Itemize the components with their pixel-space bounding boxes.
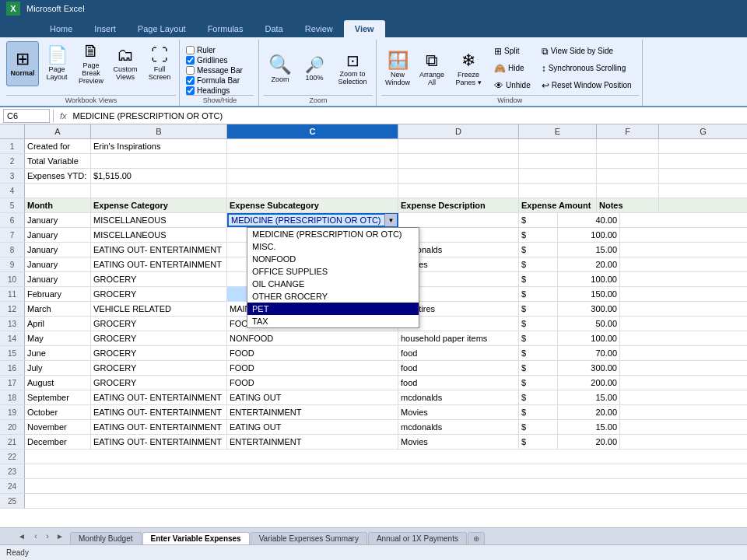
cell[interactable]: GROCERY [91, 317, 227, 331]
cell[interactable] [620, 390, 747, 404]
cell-r6-d[interactable] [398, 213, 519, 227]
cell[interactable] [659, 154, 747, 168]
cell[interactable]: Movies [398, 405, 519, 419]
cell[interactable]: ENTERTAINMENT [227, 405, 398, 419]
arrange-all-button[interactable]: ⧉ Arrange All [416, 46, 448, 91]
cell[interactable] [597, 154, 659, 168]
cell[interactable]: EATING OUT [227, 390, 398, 404]
cell[interactable]: 20.00 [558, 257, 620, 271]
formula-bar-checkbox-row[interactable]: Formula Bar [186, 76, 254, 85]
cell[interactable] [519, 169, 597, 183]
cell[interactable]: $ [519, 376, 558, 390]
cell[interactable] [659, 139, 747, 153]
zoom-button[interactable]: 🔍 Zoom [264, 46, 296, 91]
cell[interactable]: household paper items [398, 331, 519, 345]
cell[interactable] [227, 169, 398, 183]
cell[interactable] [519, 139, 597, 153]
cell[interactable] [519, 154, 597, 168]
cell[interactable] [227, 154, 398, 168]
sheet-tab-nav-next[interactable]: › [42, 530, 53, 543]
page-break-button[interactable]: 🗎 Page Break Preview [75, 41, 107, 86]
cell[interactable]: $ [519, 257, 558, 271]
cell[interactable]: April [25, 317, 91, 331]
cell[interactable]: $ [519, 228, 558, 242]
cell[interactable]: $ [519, 331, 558, 345]
cell[interactable]: 150.00 [558, 287, 620, 301]
sheet-tab-annual-payments[interactable]: Annual or 1X Payments [368, 532, 467, 544]
cell[interactable]: $ [519, 405, 558, 419]
cell-c6-selected[interactable]: MEDICINE (PRESCRIPTION OR OTC) ▼ [227, 213, 398, 227]
cell[interactable]: December [25, 435, 91, 449]
unhide-button[interactable]: 👁 Unhide [490, 78, 535, 93]
custom-views-button[interactable]: 🗂 Custom Views [109, 41, 142, 86]
cell[interactable]: Movies [398, 435, 519, 449]
tab-view[interactable]: View [344, 20, 385, 37]
cell[interactable] [659, 184, 747, 198]
page-layout-button[interactable]: 📄 Page Layout [40, 41, 73, 86]
zoom-selection-button[interactable]: ⊡ Zoom to Selection [332, 46, 373, 91]
sheet-tab-nav-left[interactable]: ◄ [16, 530, 28, 543]
cell[interactable]: 20.00 [558, 435, 620, 449]
cell[interactable]: 100.00 [558, 331, 620, 345]
cell[interactable] [620, 361, 747, 375]
tab-review[interactable]: Review [294, 20, 344, 37]
cell[interactable] [620, 257, 747, 271]
cell[interactable]: January [25, 272, 91, 286]
freeze-panes-button[interactable]: ❄ Freeze Panes ▾ [450, 46, 487, 91]
dropdown-item-highlighted[interactable]: PET [247, 303, 419, 315]
sheet-tab-nav-right[interactable]: ► [54, 530, 66, 543]
cell[interactable] [91, 154, 227, 168]
sheet-tab-monthly-budget[interactable]: Monthly Budget [70, 532, 142, 544]
cell[interactable]: 100.00 [558, 228, 620, 242]
cell[interactable] [597, 184, 659, 198]
cell[interactable]: October [25, 405, 91, 419]
cell[interactable]: FOOD [227, 376, 398, 390]
cell[interactable] [620, 287, 747, 301]
message-bar-checkbox[interactable] [186, 66, 195, 75]
cell-ref-input[interactable] [3, 109, 50, 123]
col-header-c[interactable]: C [227, 124, 398, 138]
cell[interactable]: $ [519, 272, 558, 286]
cell[interactable]: 15.00 [558, 243, 620, 257]
cell[interactable]: mcdonalds [398, 420, 519, 434]
sheet-tab-variable-summary[interactable]: Variable Expenses Summary [251, 532, 367, 544]
cell[interactable]: MISCELLANEOUS [91, 228, 227, 242]
dropdown-item[interactable]: OFFICE SUPPLIES [247, 265, 419, 278]
zoom-100-button[interactable]: 🔎 100% [298, 46, 331, 91]
tab-formulas[interactable]: Formulas [197, 20, 254, 37]
cell[interactable]: $ [519, 361, 558, 375]
cell[interactable]: 300.00 [558, 361, 620, 375]
cell[interactable]: $ [519, 287, 558, 301]
cell[interactable]: $ [519, 420, 558, 434]
cell[interactable]: Erin's Inspirations [91, 139, 227, 153]
cell[interactable] [620, 272, 747, 286]
hide-button[interactable]: 🙈 Hide [490, 61, 535, 76]
cell[interactable]: January [25, 257, 91, 271]
split-button[interactable]: ⊞ Split [490, 44, 535, 59]
cell[interactable] [519, 184, 597, 198]
cell[interactable]: GROCERY [91, 361, 227, 375]
cell[interactable]: 70.00 [558, 346, 620, 360]
cell[interactable]: 15.00 [558, 390, 620, 404]
cell[interactable]: 300.00 [558, 302, 620, 316]
cell[interactable]: $ [519, 243, 558, 257]
cell[interactable]: 15.00 [558, 420, 620, 434]
ruler-checkbox[interactable] [186, 46, 195, 54]
cell[interactable]: ENTERTAINMENT [227, 435, 398, 449]
sheet-tab-nav-prev[interactable]: ‹ [30, 530, 41, 543]
tab-insert[interactable]: Insert [83, 20, 127, 37]
cell[interactable]: GROCERY [91, 346, 227, 360]
view-side-by-side-button[interactable]: ⧉ View Side by Side [538, 44, 639, 59]
cell[interactable]: $ [519, 390, 558, 404]
cell[interactable] [597, 169, 659, 183]
cell[interactable] [659, 169, 747, 183]
cell[interactable]: $1,515.00 [91, 169, 227, 183]
dropdown-item[interactable]: OIL CHANGE [247, 278, 419, 290]
cell[interactable]: Created for [25, 139, 91, 153]
cell[interactable] [227, 184, 398, 198]
cell[interactable]: EATING OUT- ENTERTAINMENT [91, 420, 227, 434]
cell[interactable] [398, 184, 519, 198]
cell[interactable]: January [25, 228, 91, 242]
full-screen-button[interactable]: ⛶ Full Screen [143, 41, 176, 86]
cell[interactable]: November [25, 420, 91, 434]
